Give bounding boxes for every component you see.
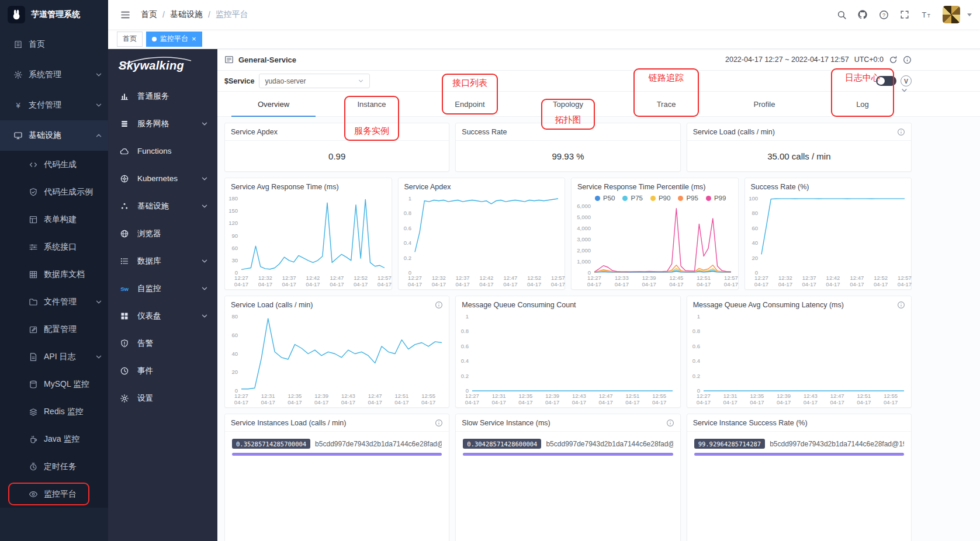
sidebar-item-代码生成[interactable]: 代码生成 — [0, 151, 108, 178]
list-icon — [119, 256, 130, 266]
dropdown-caret-icon[interactable] — [901, 86, 908, 96]
avatar-caret-icon[interactable] — [967, 13, 972, 16]
sidebar-item-文件管理[interactable]: 文件管理 — [0, 288, 108, 315]
sidebar-item-API 日志[interactable]: API 日志 — [0, 343, 108, 370]
sidebar-item-监控平台[interactable]: 监控平台 — [0, 480, 108, 508]
svg-text:12:39: 12:39 — [314, 393, 328, 399]
instance-row[interactable]: 99.92964285714287b5cdd997de7943d2b1da714… — [687, 432, 911, 449]
tag-monitor-platform[interactable]: 监控平台 × — [146, 32, 202, 47]
info-icon[interactable] — [897, 301, 905, 309]
sidebar-item-基础设施[interactable]: 基础设施 — [0, 120, 108, 151]
breadcrumb-home[interactable]: 首页 — [141, 9, 157, 20]
info-icon[interactable] — [903, 56, 912, 64]
list-title: Service Instance Success Rate (%) — [687, 414, 911, 432]
toggle-switch[interactable] — [876, 76, 896, 86]
skywalking-menu-item-告警[interactable]: 告警 — [108, 330, 217, 357]
skywalking-menu-item-普通服务[interactable]: 普通服务 — [108, 82, 217, 110]
skywalking-menu-item-浏览器[interactable]: 浏览器 — [108, 220, 217, 247]
chevron-up-icon — [95, 132, 102, 139]
svg-text:04-17: 04-17 — [615, 281, 629, 287]
close-icon[interactable]: × — [192, 35, 196, 43]
sidebar-item-首页[interactable]: 首页 — [0, 29, 108, 60]
sidebar-item-label: API 日志 — [44, 352, 75, 362]
refresh-icon[interactable] — [889, 56, 898, 64]
tab-overview[interactable]: Overview — [224, 92, 323, 116]
sidebar-item-label: Java 监控 — [44, 434, 79, 445]
svg-text:12:27: 12:27 — [234, 393, 248, 399]
sidebar-item-系统接口[interactable]: 系统接口 — [0, 233, 108, 261]
skywalking-menu-item-基础设施[interactable]: 基础设施 — [108, 192, 217, 220]
menu-item-label: 服务网格 — [137, 119, 169, 129]
tab-log[interactable]: Log日志中心 — [813, 92, 912, 116]
tab-endpoint[interactable]: Endpoint接口列表 — [421, 92, 519, 116]
sidebar-item-支付管理[interactable]: ¥支付管理 — [0, 90, 108, 120]
chart-card-service-load-chart: Service Load (calls / min)02040608012:27… — [224, 296, 449, 408]
legend-item[interactable]: P50 — [595, 195, 615, 202]
skywalking-menu-item-数据库[interactable]: 数据库 — [108, 247, 217, 275]
sidebar-item-系统管理[interactable]: 系统管理 — [0, 60, 108, 90]
sidebar-item-定时任务[interactable]: 定时任务 — [0, 453, 108, 480]
tab-profile[interactable]: Profile — [715, 92, 813, 116]
breadcrumb-infra[interactable]: 基础设施 — [170, 9, 203, 20]
skywalking-sidebar: Skywalking 普通服务服务网格FunctionsKubernetes基础… — [108, 49, 217, 541]
app-logo[interactable]: 芋道管理系统 — [0, 0, 108, 29]
panel-list-icon[interactable] — [224, 55, 234, 64]
tab-trace[interactable]: Trace链路追踪 — [617, 92, 715, 116]
info-icon[interactable] — [666, 419, 674, 427]
sidebar-item-label: 表单构建 — [44, 214, 77, 225]
menu-item-label: 事件 — [137, 366, 153, 376]
legend-item[interactable]: P95 — [678, 195, 698, 202]
tab-topology[interactable]: Topology拓扑图 — [519, 92, 617, 116]
info-icon[interactable] — [897, 128, 905, 136]
folder-icon — [28, 297, 38, 307]
gear-icon — [13, 70, 23, 80]
metric-card: Service Apdex0.99 — [224, 123, 449, 172]
search-icon[interactable] — [833, 6, 850, 23]
legend-item[interactable]: P75 — [622, 195, 642, 202]
sidebar-item-Redis 监控[interactable]: Redis 监控 — [0, 398, 108, 425]
sidebar-item-Java 监控[interactable]: Java 监控 — [0, 425, 108, 453]
github-icon[interactable] — [854, 6, 871, 23]
time-range-value[interactable]: 2022-04-17 12:27 ~ 2022-04-17 12:57 — [725, 56, 849, 64]
sidebar-item-数据库文档[interactable]: 数据库文档 — [0, 261, 108, 288]
skywalking-menu-item-Functions[interactable]: Functions — [108, 137, 217, 165]
help-icon[interactable]: ? — [875, 6, 892, 23]
sidebar-item-MySQL 监控[interactable]: MySQL 监控 — [0, 370, 108, 398]
svg-text:12:55: 12:55 — [421, 393, 435, 399]
sidebar-item-配置管理[interactable]: 配置管理 — [0, 315, 108, 343]
svg-text:04-17: 04-17 — [572, 399, 586, 405]
instance-row[interactable]: 0.35285714285700004b5cdd997de7943d2b1da7… — [225, 432, 449, 449]
chart-title: Service Avg Response Time (ms) — [225, 178, 392, 194]
version-badge[interactable]: V — [901, 75, 912, 86]
tab-label: Log — [856, 100, 869, 109]
legend-item[interactable]: P99 — [706, 195, 726, 202]
hamburger-icon[interactable] — [116, 6, 134, 23]
instance-row[interactable]: 0.30428571428600004b5cdd997de7943d2b1da7… — [456, 432, 680, 449]
chart-card-message-queue-avg-consuming-latency: Message Queue Avg Consuming Latency (ms)… — [687, 296, 912, 408]
fullscreen-icon[interactable] — [896, 6, 913, 23]
font-size-icon[interactable]: TT — [917, 6, 934, 23]
service-select[interactable]: yudao-server — [259, 74, 370, 88]
skywalking-menu-item-服务网格[interactable]: 服务网格 — [108, 110, 217, 137]
skywalking-menu-item-Kubernetes[interactable]: Kubernetes — [108, 165, 217, 192]
svg-text:04-17: 04-17 — [503, 281, 517, 287]
tag-home[interactable]: 首页 — [117, 32, 143, 47]
settings-icon — [119, 393, 130, 404]
sidebar-item-表单构建[interactable]: 表单构建 — [0, 206, 108, 233]
sidebar-item-代码生成示例[interactable]: 代码生成示例 — [0, 178, 108, 206]
info-icon[interactable] — [435, 419, 443, 427]
svg-text:04-17: 04-17 — [897, 281, 911, 287]
svg-text:04-17: 04-17 — [778, 281, 792, 287]
avatar[interactable] — [943, 6, 960, 23]
skywalking-menu-item-事件[interactable]: 事件 — [108, 357, 217, 384]
svg-text:1: 1 — [466, 313, 469, 320]
skywalking-menu-item-自监控[interactable]: Sw自监控 — [108, 275, 217, 302]
legend-dot-icon — [622, 196, 628, 201]
legend-item[interactable]: P90 — [650, 195, 670, 202]
skywalking-menu-item-仪表盘[interactable]: 仪表盘 — [108, 302, 217, 330]
line-chart: 00.20.40.60.8112:2704-1712:3104-1712:350… — [456, 312, 680, 407]
tab-instance[interactable]: Instance服务实例 — [323, 92, 421, 116]
info-icon[interactable] — [435, 301, 443, 309]
skywalking-menu-item-设置[interactable]: 设置 — [108, 384, 217, 412]
svg-text:04-17: 04-17 — [599, 399, 613, 405]
